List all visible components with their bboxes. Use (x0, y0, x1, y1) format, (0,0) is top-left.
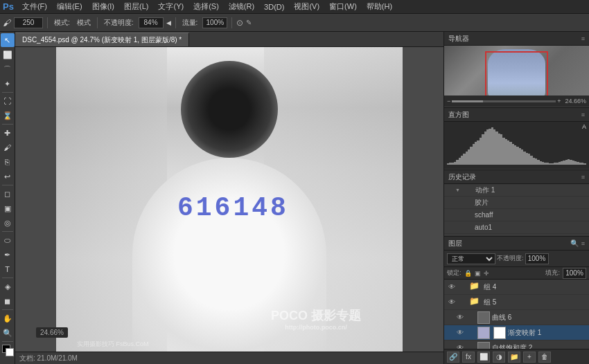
tool-hand[interactable]: ✋ (1, 311, 15, 325)
histogram-content: A (444, 122, 589, 169)
layer-visibility-icon[interactable]: 👁 (455, 343, 465, 349)
tool-eraser[interactable]: ◻ (1, 187, 15, 201)
right-panels: 导航器 ≡ − + 24.66% (443, 32, 589, 364)
tool-type[interactable]: T (1, 262, 15, 276)
menu-image[interactable]: 图像(I) (88, 1, 118, 12)
history-header[interactable]: 历史记录 ≡ (444, 170, 589, 184)
main-layout: ↖ ⬜ ⌒ ✦ ⛶ ⌛ ✚ 🖌 ⎘ ↩ ◻ ▣ ◎ ⬭ ✒ T ◈ ◼ ✋ 🔍 (0, 32, 589, 364)
nav-selection-rect (485, 51, 549, 97)
layers-search-icon[interactable]: 🔍 (570, 239, 579, 247)
tool-history-brush[interactable]: ↩ (1, 170, 15, 183)
mode-label: 模式: (52, 18, 72, 28)
menu-view[interactable]: 视图(V) (290, 1, 324, 12)
layers-bottom-bar: 🔗 fx ⬜ ◑ 📁 + 🗑 (444, 349, 589, 364)
color-selector[interactable] (1, 343, 15, 358)
new-group-btn[interactable]: 📁 (508, 352, 520, 363)
new-adjustment-btn[interactable]: ◑ (493, 352, 505, 363)
zoom-minus[interactable]: − (447, 98, 450, 104)
link-layers-btn[interactable]: 🔗 (447, 352, 459, 363)
history-item[interactable]: auto1 (444, 221, 589, 234)
delete-layer-btn[interactable]: 🗑 (538, 352, 551, 363)
history-content[interactable]: ▼动作 1胶片schaffauto1▼autoskin color1复制 当前 … (444, 184, 589, 236)
brush-size-input[interactable] (14, 17, 43, 28)
navigator-header[interactable]: 导航器 ≡ (444, 32, 589, 46)
layer-name-label: 渐变映射 1 (508, 328, 586, 338)
head-blob (181, 61, 278, 158)
histogram-header[interactable]: 直方图 ≡ (444, 108, 589, 122)
history-item[interactable]: 胶片 (444, 197, 589, 209)
history-item-label: auto1 (475, 224, 492, 231)
layer-name-label: 曲线 6 (492, 313, 586, 322)
layers-content[interactable]: 👁📁组 4👁📁组 5👁曲线 6👁渐变映射 1👁自然饱和度 2👁📁Dodge & … (444, 280, 589, 349)
layer-visibility-icon[interactable]: 👁 (447, 282, 457, 292)
menu-file[interactable]: 文件(F) (18, 1, 51, 12)
photo-canvas: 616148 POCO 摄影专题 http://photo.poco.cn/ 实… (56, 47, 403, 352)
mode-value: 模式 (75, 18, 93, 28)
layers-header[interactable]: 图层 🔍 ≡ (444, 237, 589, 251)
blend-mode-select[interactable]: 正常 不透明度 (447, 253, 495, 264)
menu-bar: Ps 文件(F) 编辑(E) 图像(I) 图层(L) 文字(Y) 选择(S) 滤… (0, 0, 589, 14)
tool-lasso[interactable]: ⌒ (1, 62, 15, 76)
tool-zoom[interactable]: 🔍 (1, 326, 15, 340)
menu-filter[interactable]: 滤镜(R) (225, 1, 258, 12)
layer-row[interactable]: 👁渐变映射 1 (444, 325, 589, 340)
app-icon: Ps (3, 1, 14, 12)
fill-input[interactable] (563, 268, 586, 279)
lock-all-icon[interactable]: 🔒 (464, 270, 472, 277)
layer-row[interactable]: 👁自然饱和度 2 (444, 340, 589, 349)
bottom-copyright: 实用摄影技巧 FsBus.CoM (77, 340, 149, 349)
tool-dodge[interactable]: ⬭ (1, 233, 15, 247)
tool-brush[interactable]: 🖌 (1, 140, 15, 154)
layer-visibility-icon[interactable]: 👁 (447, 298, 457, 307)
airbrush-icon: ⊙ (236, 18, 243, 28)
layer-visibility-icon[interactable]: 👁 (455, 328, 465, 338)
history-item-label: schaff (475, 211, 493, 219)
layers-opacity-input[interactable] (525, 253, 549, 264)
menu-select[interactable]: 选择(S) (189, 1, 223, 12)
tool-path-select[interactable]: ◈ (1, 280, 15, 293)
tool-shape[interactable]: ◼ (1, 294, 15, 308)
tool-marquee[interactable]: ⬜ (1, 48, 15, 62)
histogram-title: 直方图 (448, 110, 469, 120)
history-item[interactable]: schaff (444, 209, 589, 221)
history-eye-icon (464, 211, 472, 219)
lock-pos-icon[interactable]: ✛ (484, 270, 489, 277)
navigator-menu-icon[interactable]: ≡ (581, 35, 585, 42)
tool-pen[interactable]: ✒ (1, 248, 15, 262)
history-menu-icon[interactable]: ≡ (581, 174, 585, 181)
menu-3d[interactable]: 3D(D) (260, 3, 288, 11)
add-mask-btn[interactable]: ⬜ (477, 352, 490, 363)
tool-move[interactable]: ↖ (1, 33, 15, 47)
layer-row[interactable]: 👁曲线 6 (444, 310, 589, 325)
histogram-menu-icon[interactable]: ≡ (581, 111, 585, 118)
histogram-panel: 直方图 ≡ A (444, 108, 589, 170)
layer-visibility-icon[interactable]: 👁 (455, 313, 465, 322)
lock-pixels-icon[interactable]: ▣ (475, 270, 481, 277)
tool-clone[interactable]: ⎘ (1, 155, 15, 169)
tool-gradient[interactable]: ▣ (1, 201, 15, 215)
layer-row[interactable]: 👁📁组 4 (444, 280, 589, 295)
tool-eyedropper[interactable]: ⌛ (1, 109, 15, 122)
menu-edit[interactable]: 编辑(E) (53, 1, 87, 12)
tab-bar: DSC_4554.psd @ 24.7% (新变映射 1, 图层蒙版/8) * (15, 32, 443, 47)
menu-type[interactable]: 文字(Y) (154, 1, 188, 12)
tool-magic-wand[interactable]: ✦ (1, 77, 15, 91)
tool-crop[interactable]: ⛶ (1, 94, 15, 108)
zoom-plus[interactable]: + (557, 98, 561, 104)
layers-menu-icon[interactable]: ≡ (581, 240, 585, 247)
canvas-tab-active[interactable]: DSC_4554.psd @ 24.7% (新变映射 1, 图层蒙版/8) * (15, 33, 189, 46)
tool-blur[interactable]: ◎ (1, 216, 15, 230)
new-layer-btn[interactable]: + (523, 352, 536, 363)
canvas-content[interactable]: 616148 POCO 摄影专题 http://photo.poco.cn/ 实… (15, 47, 443, 352)
menu-help[interactable]: 帮助(H) (362, 1, 396, 12)
layer-row[interactable]: 👁📁组 5 (444, 295, 589, 310)
menu-window[interactable]: 窗口(W) (325, 1, 361, 12)
tool-spot-heal[interactable]: ✚ (1, 126, 15, 140)
add-style-btn[interactable]: fx (462, 352, 475, 363)
menu-layer[interactable]: 图层(L) (120, 1, 152, 12)
zoom-thumb (452, 100, 483, 102)
opacity-input[interactable] (139, 17, 164, 28)
history-eye-icon (464, 224, 472, 232)
history-item[interactable]: ▼动作 1 (444, 184, 589, 197)
flow-input[interactable] (202, 17, 227, 28)
